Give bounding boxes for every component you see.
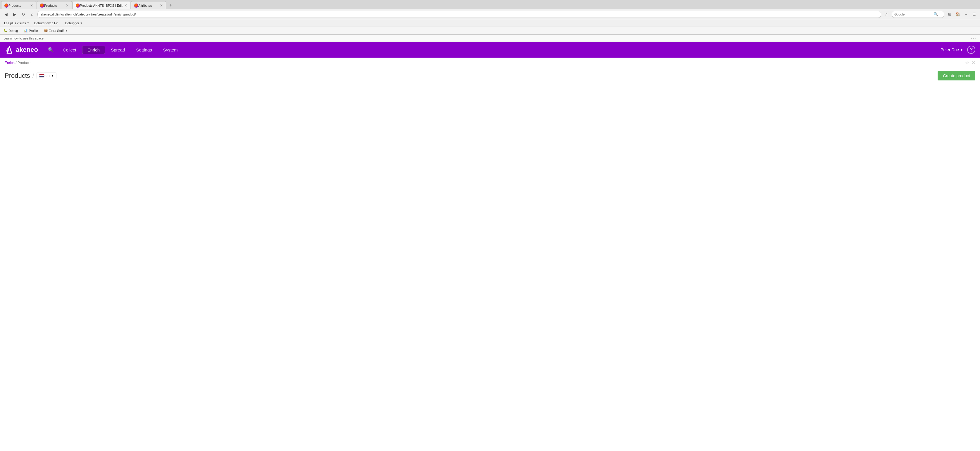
breadcrumb-products: Products — [18, 61, 31, 65]
bookmark-debugger-dropdown-icon: ▼ — [80, 22, 83, 25]
page-title-area: Products / en ▼ — [5, 72, 56, 80]
forward-button[interactable]: ▶ — [11, 11, 18, 18]
akeneo-logo-icon — [5, 45, 14, 54]
bookmark-debugger-label: Debugger — [65, 21, 79, 25]
bookmark-most-visited[interactable]: Les plus visités ▼ — [2, 21, 31, 25]
reload-button[interactable]: ↻ — [20, 11, 27, 18]
tab-title-1: Products — [8, 4, 29, 7]
page-header: Products / en ▼ Create product — [0, 67, 980, 83]
nav-item-enrich[interactable]: Enrich — [82, 46, 105, 54]
dev-toolbar: 🐛 Debug 📊 Profile 📦 Extra Stuff ▼ — [0, 27, 980, 35]
nav-help-button[interactable]: ? — [967, 46, 975, 54]
info-banner: Learn how to use this space ··· — [0, 35, 980, 42]
browser-chrome: Products ✕ Products ✕ Products AKNTS_BPX… — [0, 0, 980, 35]
nav-search-button[interactable]: 🔍 — [44, 45, 57, 55]
tab-close-2[interactable]: ✕ — [66, 3, 69, 8]
nav-item-collect[interactable]: Collect — [57, 46, 81, 54]
tab-favicon-2 — [40, 3, 44, 8]
nav-item-spread[interactable]: Spread — [105, 46, 130, 54]
language-dropdown-icon: ▼ — [51, 74, 54, 77]
create-product-button[interactable]: Create product — [938, 71, 975, 80]
tab-close-1[interactable]: ✕ — [30, 3, 33, 8]
dev-profile-label: Profile — [29, 29, 38, 32]
tab-title-3: Products AKNTS_BPXS | Edit — [80, 4, 123, 7]
tab-title-2: Products — [44, 4, 64, 7]
search-box[interactable]: 🔍 — [892, 11, 944, 18]
app-navbar: akeneo 🔍 Collect Enrich Spread Settings … — [0, 42, 980, 57]
breadcrumb-icons: ☆ ✕ — [965, 60, 975, 65]
bookmark-most-visited-label: Les plus visités — [4, 21, 26, 25]
dev-extra-stuff[interactable]: 📦 Extra Stuff ▼ — [43, 29, 69, 33]
nav-item-settings[interactable]: Settings — [131, 46, 157, 54]
nav-right: Peter Doe ▼ ? — [940, 46, 975, 54]
info-banner-text: Learn how to use this space — [3, 37, 44, 40]
new-tab-button[interactable]: + — [167, 1, 175, 10]
language-code: en — [46, 74, 49, 78]
extra-stuff-dropdown-icon: ▼ — [65, 29, 68, 32]
tab-favicon-4 — [134, 3, 138, 8]
app-logo-text: akeneo — [16, 46, 38, 54]
breadcrumb: Enrich / Products — [5, 61, 31, 65]
tab-title-4: Attributes — [138, 4, 158, 7]
tab-favicon-3 — [76, 3, 80, 8]
bookmarks-bar: Les plus visités ▼ Débuter avec Fir... D… — [0, 19, 980, 27]
browser-tab-4[interactable]: Attributes ✕ — [131, 1, 166, 10]
help-icon: ? — [970, 47, 973, 53]
extensions-icon[interactable]: ⊞ — [946, 11, 953, 18]
language-selector[interactable]: en ▼ — [37, 73, 56, 79]
bookmark-dropdown-icon: ▼ — [27, 22, 30, 25]
address-bar: ◀ ▶ ↻ ⌂ ☆ 🔍 ⊞ 🏠 ↔ ☰ — [0, 10, 980, 19]
dev-extra-stuff-label: Extra Stuff — [49, 29, 64, 32]
back-button[interactable]: ◀ — [2, 11, 10, 18]
bookmark-firefox-start[interactable]: Débuter avec Fir... — [32, 21, 62, 25]
nav-user-menu[interactable]: Peter Doe ▼ — [940, 47, 963, 52]
home-button[interactable]: ⌂ — [29, 11, 36, 18]
bookmark-debugger[interactable]: Debugger ▼ — [63, 21, 84, 25]
tab-close-3[interactable]: ✕ — [124, 3, 127, 8]
flag-icon — [39, 74, 45, 78]
tab-bar: Products ✕ Products ✕ Products AKNTS_BPX… — [0, 0, 980, 10]
breadcrumb-bar: Enrich / Products ☆ ✕ — [0, 57, 980, 67]
info-dots-icon[interactable]: ··· — [971, 36, 977, 41]
close-page-icon[interactable]: ✕ — [972, 60, 975, 65]
nav-user-dropdown-icon: ▼ — [960, 48, 963, 51]
address-input[interactable] — [37, 11, 881, 18]
bookmark-star-icon[interactable]: ☆ — [883, 11, 890, 18]
address-toolbar-icons: ☆ — [883, 11, 890, 18]
favorite-star-icon[interactable]: ☆ — [965, 60, 969, 65]
bookmark-firefox-start-label: Débuter avec Fir... — [34, 21, 60, 25]
nav-search-icon: 🔍 — [48, 47, 54, 53]
nav-item-system[interactable]: System — [158, 46, 183, 54]
browser-tab-2[interactable]: Products ✕ — [37, 1, 72, 10]
tab-favicon-1 — [5, 3, 8, 8]
box-icon: 📦 — [44, 29, 48, 32]
dev-profile[interactable]: 📊 Profile — [22, 29, 39, 33]
app-logo[interactable]: akeneo — [5, 45, 38, 54]
dev-debug[interactable]: 🐛 Debug — [2, 29, 19, 33]
chart-icon: 📊 — [24, 29, 28, 32]
sync-icon[interactable]: ↔ — [963, 11, 969, 18]
dev-debug-label: Debug — [8, 29, 18, 32]
browser-tab-3[interactable]: Products AKNTS_BPXS | Edit ✕ — [73, 1, 130, 10]
breadcrumb-enrich-link[interactable]: Enrich — [5, 61, 14, 65]
nav-menu: Collect Enrich Spread Settings System — [57, 46, 940, 54]
bug-icon: 🐛 — [3, 29, 8, 32]
content-area — [0, 83, 980, 200]
page-title: Products — [5, 72, 30, 80]
browser-tab-1[interactable]: Products ✕ — [1, 1, 36, 10]
search-input[interactable] — [894, 13, 932, 16]
home-page-icon[interactable]: 🏠 — [954, 11, 961, 18]
page-title-separator: / — [32, 72, 34, 80]
tab-close-4[interactable]: ✕ — [160, 3, 163, 8]
nav-user-name: Peter Doe — [940, 47, 959, 52]
menu-icon[interactable]: ☰ — [970, 11, 978, 18]
search-icon: 🔍 — [934, 12, 938, 16]
browser-toolbar-right: ⊞ 🏠 ↔ ☰ — [946, 11, 978, 18]
